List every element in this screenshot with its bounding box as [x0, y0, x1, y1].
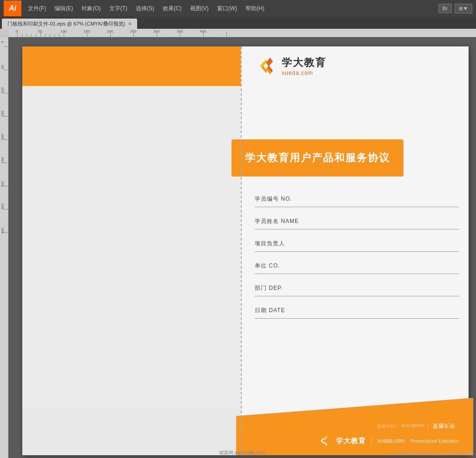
fold-line: [241, 46, 242, 455]
v-ruler-mark-400: 400: [0, 228, 5, 234]
form-line-no: [255, 207, 459, 207]
form-row-no: 学员编号 NO.: [255, 195, 459, 207]
document-tab[interactable]: 门板线和印刷文件-01.eps @ 67% (CMYK/叠印预览) ✕: [2, 19, 137, 29]
v-ruler-mark-350: 350: [0, 203, 5, 209]
tab-label: 门板线和印刷文件-01.eps @ 67% (CMYK/叠印预览): [7, 20, 125, 27]
document-container: 学大教育 xueda.com 学大教育用户产品和服务协议 学员编号 NO. 学员…: [22, 46, 469, 455]
left-orange-header: [22, 46, 241, 86]
flap-divider: [371, 436, 372, 446]
menu-view[interactable]: 视图(V): [186, 3, 212, 14]
bottom-flap-container: 学大教育 xueda.com Personalized Education 学大…: [236, 395, 473, 455]
xueda-logo-icon: [255, 56, 277, 76]
form-row-co: 单位 CO.: [255, 262, 459, 274]
menu-right: Br ⊞▼: [438, 4, 472, 13]
ruler-mark-300: 300: [153, 29, 159, 33]
form-label-dep: 部门 DEP.: [255, 284, 459, 292]
menu-object[interactable]: 对象(O): [78, 3, 104, 14]
flap-brand-text: 学大教育: [336, 437, 366, 445]
form-line-manager: [255, 251, 459, 252]
menu-edit[interactable]: 编辑(E): [51, 3, 77, 14]
form-label-date: 日期 DATE: [255, 307, 459, 314]
flap-url-text: xueda.com: [377, 438, 405, 444]
menu-file[interactable]: 文件(F): [24, 3, 50, 14]
flap-mirrored-brand: 学大教育: [432, 422, 455, 430]
form-line-name: [255, 229, 459, 229]
ruler-corner: [0, 29, 8, 37]
flap-en-text: Personalized Education: [410, 438, 459, 444]
svg-marker-9: [324, 436, 327, 440]
view-toggle-button[interactable]: ⊞▼: [455, 4, 472, 13]
form-row-date: 日期 DATE: [255, 307, 459, 319]
menu-bar: Ai 文件(F) 编辑(E) 对象(O) 文字(T) 选择(S) 效果(C) 视…: [0, 0, 476, 17]
agreement-title-box: 学大教育用户产品和服务协议: [231, 139, 403, 177]
horizontal-ruler: 0 50 100 150 200 250 300 350 400: [0, 29, 476, 37]
v-ruler-mark-50: 50: [0, 65, 5, 69]
form-label-manager: 项目负责人: [255, 240, 459, 248]
form-row-dep: 部门 DEP.: [255, 284, 459, 296]
form-line-dep: [255, 296, 459, 296]
document-id: ID:25117389 NO:2023-10-01/08:52:10168: [394, 451, 472, 456]
menu-help[interactable]: 帮助(H): [242, 3, 268, 14]
form-line-date: [255, 318, 459, 319]
menu-items: 文件(F) 编辑(E) 对象(O) 文字(T) 选择(S) 效果(C) 视图(V…: [24, 3, 438, 14]
form-row-name: 学员姓名 NAME: [255, 217, 459, 229]
menu-effect[interactable]: 效果(C): [159, 3, 185, 14]
v-ruler-mark-250: 250: [0, 157, 5, 163]
tab-bar: 门板线和印刷文件-01.eps @ 67% (CMYK/叠印预览) ✕: [0, 17, 476, 29]
agreement-title: 学大教育用户产品和服务协议: [245, 151, 390, 165]
right-panel: 学大教育 xueda.com 学大教育用户产品和服务协议 学员编号 NO. 学员…: [241, 46, 469, 455]
ai-logo-icon: Ai: [4, 0, 21, 16]
form-label-co: 单位 CO.: [255, 262, 459, 270]
v-ruler-mark-5: 5: [0, 41, 5, 43]
svg-marker-11: [324, 442, 327, 446]
form-label-no: 学员编号 NO.: [255, 195, 459, 203]
ruler-mark-200: 200: [107, 29, 113, 33]
ruler-mark-350: 350: [177, 29, 183, 33]
ruler-mark-0: 0: [16, 29, 18, 33]
vertical-ruler: 5 50 100 150 200 250 300 350 400: [0, 37, 8, 458]
logo-sub-text: xueda.com: [282, 70, 326, 76]
flap-content: 学大教育 xueda.com Personalized Education: [317, 435, 459, 447]
canvas-area: 学大教育 xueda.com 学大教育用户产品和服务协议 学员编号 NO. 学员…: [8, 37, 476, 458]
v-ruler-mark-100: 100: [0, 87, 5, 93]
flap-mirrored-sub: 个性化教育: [377, 423, 398, 429]
menu-select[interactable]: 选择(S): [132, 3, 158, 14]
logo-main-text: 学大教育: [282, 56, 326, 70]
bottom-flap: 学大教育 xueda.com Personalized Education 学大…: [236, 395, 473, 455]
left-panel: [22, 46, 241, 455]
form-section: 学员编号 NO. 学员姓名 NAME 项目负责人 单位 CO. 部门 DEP.: [255, 195, 459, 329]
logo-area: 学大教育 xueda.com: [255, 56, 326, 76]
menu-text[interactable]: 文字(T): [106, 3, 131, 14]
v-ruler-mark-200: 200: [0, 134, 5, 140]
ruler-mark-250: 250: [130, 29, 136, 33]
flap-mirrored-content: 学大教育 xueda.com 个性化教育: [377, 422, 455, 430]
br-button[interactable]: Br: [438, 4, 452, 13]
tab-close-button[interactable]: ✕: [128, 21, 132, 26]
ruler-mark-50: 50: [38, 29, 42, 33]
ruler-mark-100: 100: [60, 29, 66, 33]
left-gray-content: [22, 86, 241, 409]
form-row-manager: 项目负责人: [255, 240, 459, 252]
flap-mirrored-url: xueda.com: [402, 423, 424, 428]
form-label-name: 学员姓名 NAME: [255, 217, 459, 225]
flap-mirrored-divider: [428, 422, 429, 430]
ruler-mark-400: 400: [200, 29, 206, 33]
menu-window[interactable]: 窗口(W): [213, 3, 241, 14]
ruler-mark-150: 150: [84, 29, 90, 33]
flap-logo-icon: [317, 435, 331, 447]
form-line-co: [255, 274, 459, 274]
logo-text-area: 学大教育 xueda.com: [282, 56, 326, 76]
v-ruler-mark-150: 150: [0, 111, 5, 117]
v-ruler-mark-300: 300: [0, 181, 5, 187]
